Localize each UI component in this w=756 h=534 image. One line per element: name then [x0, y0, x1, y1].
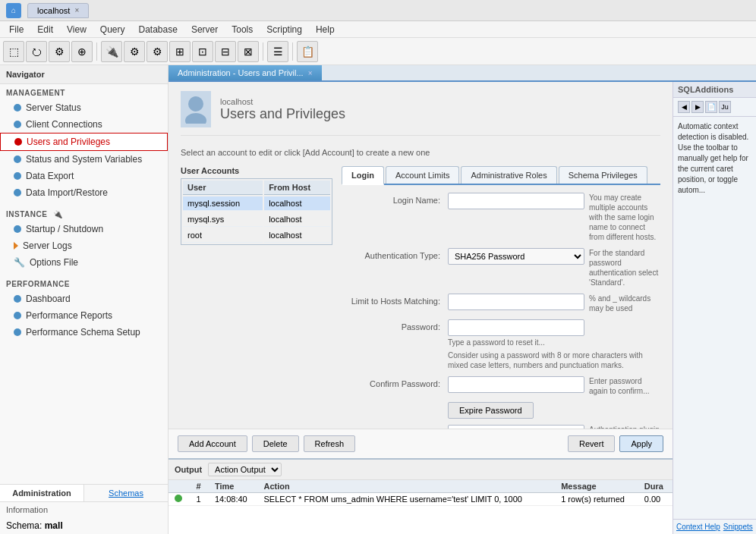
col-status [169, 480, 191, 493]
form-row-auth-type: Authentication Type: SHA256 Password For… [342, 248, 660, 287]
output-header: Output Action Output [169, 460, 673, 480]
menu-view[interactable]: View [61, 23, 93, 36]
sidebar-item-data-export[interactable]: Data Export [0, 168, 168, 184]
sidebar-item-perf-schema[interactable]: Performance Schema Setup [0, 324, 168, 341]
toolbar-btn-11[interactable]: ⊠ [238, 41, 259, 62]
toolbar-btn-4[interactable]: ⊕ [71, 41, 93, 62]
detail-tab-login[interactable]: Login [342, 166, 384, 185]
accounts-table-row[interactable]: mysql.sessionlocalhost [183, 196, 330, 211]
limit-hosts-input[interactable] [448, 294, 584, 310]
accounts-table-row[interactable]: mysql.syslocalhost [183, 212, 330, 227]
add-account-button[interactable]: Add Account [178, 435, 247, 452]
accounts-table-row[interactable]: rootlocalhost [183, 228, 330, 243]
admin-content: localhost Users and Privileges Select an… [169, 82, 673, 429]
confirm-password-hint: Enter password again to confirm... [589, 376, 660, 396]
menu-database[interactable]: Database [133, 23, 184, 36]
content-tab-close-icon[interactable]: × [308, 69, 313, 77]
next-button[interactable]: ▶ [691, 101, 704, 113]
tab-administration[interactable]: Administration [0, 485, 84, 501]
context-help-button[interactable]: Context Help [676, 523, 720, 531]
toolbar-btn-9[interactable]: ⊡ [192, 41, 213, 62]
output-area: Output Action Output # [169, 458, 673, 534]
sidebar-item-startup[interactable]: Startup / Shutdown [0, 221, 168, 237]
tab-schemas[interactable]: Schemas [84, 485, 168, 501]
menu-tools[interactable]: Tools [225, 23, 259, 36]
login-name-input[interactable] [448, 193, 584, 209]
admin-title-block: localhost Users and Privileges [220, 97, 345, 122]
snippets-button[interactable]: Snippets [723, 523, 753, 531]
form-row-password: Password: Type a password to reset it...… [342, 319, 660, 370]
expire-password-button[interactable]: Expire Password [448, 402, 534, 419]
apply-button[interactable]: Apply [619, 435, 663, 452]
toolbar-btn-7[interactable]: ⚙ [146, 41, 168, 62]
toolbar-btn-3[interactable]: ⚙ [49, 41, 70, 62]
toolbar-btn-13[interactable]: 📋 [297, 41, 318, 62]
toolbar-btn-6[interactable]: ⚙ [124, 41, 145, 62]
admin-header: localhost Users and Privileges [181, 91, 660, 136]
detail-tab-admin-roles[interactable]: Administrative Roles [461, 166, 556, 184]
svg-point-1 [185, 113, 206, 124]
auth-type-select[interactable]: SHA256 Password [448, 248, 584, 265]
col-user: User [183, 181, 263, 195]
detail-tab-schema-privileges[interactable]: Schema Privileges [559, 166, 647, 184]
dot-icon [14, 312, 21, 319]
user-cell: mysql.session [183, 196, 263, 211]
sidebar-item-data-import[interactable]: Data Import/Restore [0, 184, 168, 201]
menu-server[interactable]: Server [185, 23, 224, 36]
content-tab-admin[interactable]: Administration - Users and Privil... × [169, 65, 322, 80]
toolbar-btn-10[interactable]: ⊟ [215, 41, 236, 62]
sidebar-item-options-file[interactable]: 🔧 Options File [0, 254, 168, 271]
main-layout: Navigator MANAGEMENT Server Status Clien… [0, 65, 756, 534]
menu-query[interactable]: Query [94, 23, 131, 36]
prev-button[interactable]: ◀ [678, 101, 690, 113]
sidebar-item-perf-reports[interactable]: Performance Reports [0, 307, 168, 324]
delete-button[interactable]: Delete [252, 435, 299, 452]
toolbar-btn-1[interactable]: ⬚ [3, 41, 24, 62]
title-tab[interactable]: localhost × [27, 3, 89, 18]
right-panel-header: SQLAdditions [673, 82, 756, 98]
host-cell: localhost [264, 228, 330, 243]
toolbar: ⬚ ⭮ ⚙ ⊕ 🔌 ⚙ ⚙ ⊞ ⊡ ⊟ ⊠ ☰ 📋 [0, 38, 756, 65]
sidebar-label-dashboard: Dashboard [26, 294, 71, 304]
sidebar-label-perf-schema: Performance Schema Setup [26, 327, 140, 338]
sidebar-item-users-privileges[interactable]: Users and Privileges [0, 133, 168, 151]
sidebar-item-status-variables[interactable]: Status and System Variables [0, 151, 168, 168]
triangle-icon [14, 242, 18, 250]
detail-tab-account-limits[interactable]: Account Limits [386, 166, 460, 184]
toolbar-btn-8[interactable]: ⊞ [169, 41, 191, 62]
toolbar-btn-5[interactable]: 🔌 [101, 41, 122, 62]
content-tab-bar: Administration - Users and Privil... × [169, 65, 756, 82]
toolbar-btn-2[interactable]: ⭮ [26, 41, 47, 62]
confirm-password-control [448, 376, 584, 393]
dot-icon [14, 225, 21, 233]
confirm-password-input[interactable] [448, 376, 584, 393]
nav-extra-btn[interactable]: 📄 [705, 101, 717, 113]
output-title: Output [175, 465, 202, 474]
tab-close-icon[interactable]: × [74, 6, 79, 14]
output-type-select[interactable]: Action Output [208, 463, 282, 476]
sidebar-item-server-logs[interactable]: Server Logs [0, 237, 168, 254]
content-tab-label: Administration - Users and Privil... [178, 68, 304, 77]
form-row-login-name: Login Name: You may create multiple acco… [342, 193, 660, 242]
menu-file[interactable]: File [3, 23, 30, 36]
revert-button[interactable]: Revert [568, 435, 615, 452]
password-input[interactable] [448, 319, 584, 336]
output-table: # Time Action Message Dura 1 14:08:40 SE… [169, 480, 673, 534]
sidebar-header: Navigator [0, 65, 168, 84]
sidebar-item-server-status[interactable]: Server Status [0, 99, 168, 116]
dot-icon [14, 328, 21, 336]
output-table-row: 1 14:08:40 SELECT * FROM ums_admin WHERE… [169, 493, 673, 506]
toolbar-btn-12[interactable]: ☰ [267, 41, 288, 62]
menu-scripting[interactable]: Scripting [260, 23, 308, 36]
menu-help[interactable]: Help [310, 23, 341, 36]
sidebar-label-server-status: Server Status [26, 102, 81, 113]
sidebar-item-client-connections[interactable]: Client Connections [0, 116, 168, 133]
home-icon[interactable]: ⌂ [6, 3, 21, 18]
dot-icon [14, 104, 21, 112]
sidebar-label-client-connections: Client Connections [26, 119, 102, 130]
status-dot [175, 495, 182, 502]
refresh-button[interactable]: Refresh [304, 435, 356, 452]
menu-edit[interactable]: Edit [31, 23, 59, 36]
nav-extra-btn2[interactable]: Ju [719, 101, 731, 113]
sidebar-item-dashboard[interactable]: Dashboard [0, 291, 168, 307]
